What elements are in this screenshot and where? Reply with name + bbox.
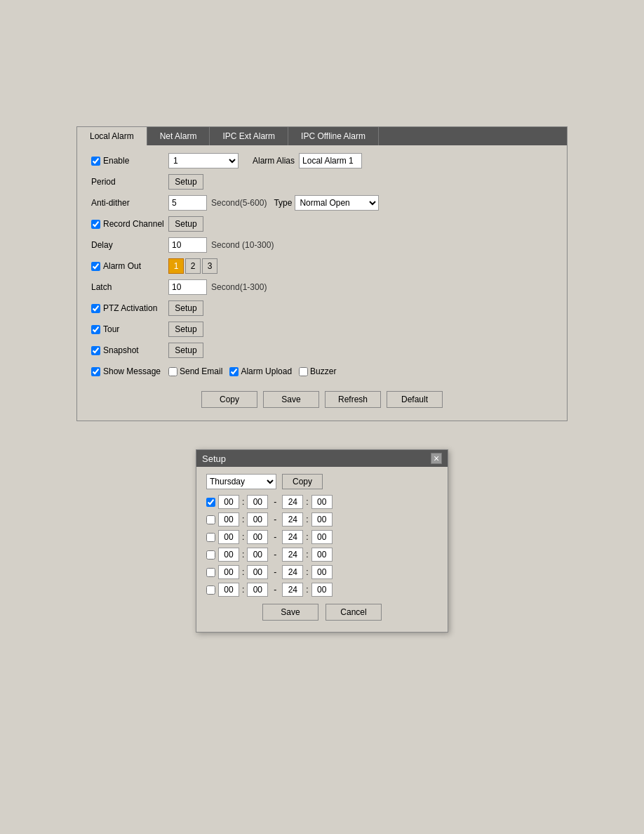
tour-checkbox[interactable] — [91, 325, 100, 334]
time-row-5-start-h[interactable] — [218, 583, 239, 597]
record-channel-setup-button[interactable]: Setup — [168, 216, 203, 232]
record-channel-checkbox[interactable] — [91, 220, 100, 229]
time-row-5-end-m[interactable] — [311, 583, 333, 597]
anti-dither-input[interactable] — [168, 195, 207, 211]
alarm-upload-checkbox[interactable] — [229, 367, 239, 376]
latch-row: Latch Second(1-300) — [91, 279, 553, 296]
time-row-2-end-h[interactable] — [282, 530, 303, 544]
snapshot-checkbox[interactable] — [91, 346, 100, 355]
snapshot-setup-button[interactable]: Setup — [168, 343, 203, 358]
time-row-4-start-h[interactable] — [218, 565, 239, 579]
time-row-1-checkbox[interactable] — [206, 515, 215, 524]
time-row-1-end-m[interactable] — [311, 512, 333, 527]
dialog-title: Setup — [202, 454, 226, 464]
save-button[interactable]: Save — [263, 391, 319, 408]
dialog-overlay: Setup × Monday Tuesday Wednesday Thursda… — [76, 449, 568, 633]
time-row-2-checkbox[interactable] — [206, 533, 215, 542]
time-row-2: : - : — [206, 530, 438, 544]
day-select[interactable]: Monday Tuesday Wednesday Thursday Friday… — [206, 474, 276, 489]
snapshot-row: Snapshot Setup — [91, 342, 553, 359]
time-row-5-checkbox[interactable] — [206, 585, 215, 595]
tour-setup-button[interactable]: Setup — [168, 322, 203, 337]
dialog-top-row: Monday Tuesday Wednesday Thursday Friday… — [206, 474, 438, 489]
alarm-out-row: Alarm Out 1 2 3 — [91, 258, 553, 274]
time-row-1: : - : — [206, 512, 438, 527]
dialog-titlebar: Setup × — [196, 450, 448, 467]
time-rows-container: : - : : - : : - : : - : : - — [206, 495, 438, 597]
period-row: Period Setup — [91, 173, 553, 190]
time-row-3-checkbox[interactable] — [206, 550, 215, 560]
time-row-0-end-h[interactable] — [282, 495, 303, 509]
delay-input[interactable] — [168, 237, 207, 253]
tab-local-alarm[interactable]: Local Alarm — [77, 127, 147, 145]
time-row-4: : - : — [206, 565, 438, 579]
ptz-activation-label[interactable]: PTZ Activation — [91, 303, 168, 313]
dialog-save-button[interactable]: Save — [262, 604, 318, 621]
send-email-label[interactable]: Send Email — [168, 366, 222, 376]
dialog-cancel-button[interactable]: Cancel — [326, 604, 382, 621]
time-row-5-end-h[interactable] — [282, 583, 303, 597]
time-row-4-end-h[interactable] — [282, 565, 303, 579]
tour-row: Tour Setup — [91, 321, 553, 338]
delay-row: Delay Second (10-300) — [91, 237, 553, 253]
dialog-close-button[interactable]: × — [431, 453, 442, 464]
time-row-5-start-m[interactable] — [247, 583, 268, 597]
alarm-out-btn-3[interactable]: 3 — [202, 258, 217, 274]
alarm-out-btn-2[interactable]: 2 — [185, 258, 201, 274]
type-select[interactable]: Normal Open Normal Close — [295, 195, 379, 211]
alarm-out-btn-1[interactable]: 1 — [168, 258, 184, 274]
tab-net-alarm[interactable]: Net Alarm — [147, 127, 210, 145]
time-row-0-start-m[interactable] — [247, 495, 268, 509]
ptz-activation-setup-button[interactable]: Setup — [168, 300, 203, 316]
latch-input[interactable] — [168, 279, 207, 295]
setup-dialog: Setup × Monday Tuesday Wednesday Thursda… — [196, 449, 448, 633]
send-email-checkbox[interactable] — [168, 367, 177, 376]
buzzer-label[interactable]: Buzzer — [299, 366, 336, 376]
time-row-2-start-h[interactable] — [218, 530, 239, 544]
extra-checkboxes: Send Email Alarm Upload Buzzer — [168, 366, 336, 376]
dialog-copy-button[interactable]: Copy — [282, 474, 323, 489]
bottom-buttons: Copy Save Refresh Default — [91, 387, 553, 411]
time-row-0: : - : — [206, 495, 438, 509]
enable-checkbox[interactable] — [91, 157, 100, 166]
time-row-4-start-m[interactable] — [247, 565, 268, 579]
time-row-2-start-m[interactable] — [247, 530, 268, 544]
ptz-activation-row: PTZ Activation Setup — [91, 300, 553, 317]
show-message-checkbox[interactable] — [91, 367, 100, 376]
time-row-4-checkbox[interactable] — [206, 568, 215, 577]
default-button[interactable]: Default — [387, 391, 443, 408]
enable-row: Enable 1 Alarm Alias — [91, 152, 553, 169]
copy-button[interactable]: Copy — [201, 391, 257, 408]
tour-label[interactable]: Tour — [91, 324, 168, 334]
record-channel-label[interactable]: Record Channel — [91, 219, 168, 229]
ptz-activation-checkbox[interactable] — [91, 304, 100, 313]
time-row-3-start-m[interactable] — [247, 548, 268, 562]
time-row-0-end-m[interactable] — [311, 495, 333, 509]
time-row-0-start-h[interactable] — [218, 495, 239, 509]
show-message-row: Show Message Send Email Alarm Upload Buz… — [91, 363, 553, 380]
time-row-1-start-m[interactable] — [247, 512, 268, 527]
alarm-out-checkbox[interactable] — [91, 262, 100, 271]
time-row-2-end-m[interactable] — [311, 530, 333, 544]
period-setup-button[interactable]: Setup — [168, 174, 203, 190]
time-row-1-start-h[interactable] — [218, 512, 239, 527]
alarm-alias-input[interactable] — [299, 153, 362, 168]
enable-label[interactable]: Enable — [91, 156, 168, 166]
time-row-3-end-h[interactable] — [282, 548, 303, 562]
time-row-4-end-m[interactable] — [311, 565, 333, 579]
show-message-label[interactable]: Show Message — [91, 366, 168, 376]
alarm-upload-label[interactable]: Alarm Upload — [229, 366, 292, 376]
time-row-3-start-h[interactable] — [218, 548, 239, 562]
channel-select[interactable]: 1 — [168, 153, 239, 168]
alarm-out-label[interactable]: Alarm Out — [91, 261, 168, 271]
anti-dither-row: Anti-dither Second(5-600) Type Normal Op… — [91, 194, 553, 211]
buzzer-checkbox[interactable] — [299, 367, 308, 376]
time-row-1-end-h[interactable] — [282, 512, 303, 527]
time-row-0-checkbox[interactable] — [206, 498, 215, 507]
snapshot-label[interactable]: Snapshot — [91, 345, 168, 355]
time-row-3: : - : — [206, 548, 438, 562]
refresh-button[interactable]: Refresh — [325, 391, 381, 408]
tab-ipc-ext-alarm[interactable]: IPC Ext Alarm — [210, 127, 288, 145]
time-row-3-end-m[interactable] — [311, 548, 333, 562]
tab-ipc-offline-alarm[interactable]: IPC Offline Alarm — [288, 127, 379, 145]
